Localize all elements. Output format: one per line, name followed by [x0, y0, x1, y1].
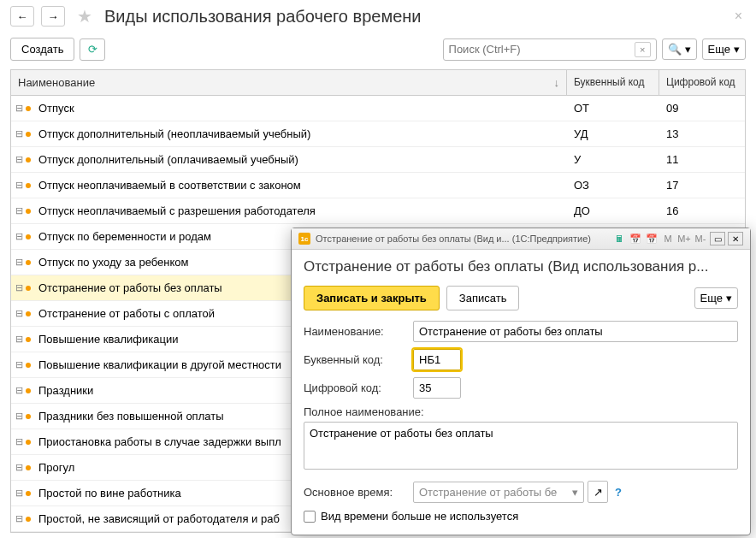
app-logo-icon: 1c: [298, 233, 310, 245]
help-icon[interactable]: ?: [611, 486, 625, 499]
cell-name: Отпуск дополнительный (оплачиваемый учеб…: [35, 148, 567, 171]
star-icon[interactable]: ★: [77, 6, 92, 27]
row-icon: ⊟: [11, 411, 35, 422]
row-icon: ⊟: [11, 385, 35, 396]
nav-forward-button[interactable]: →: [41, 6, 65, 27]
cell-name: Отпуск: [35, 97, 567, 120]
more-button[interactable]: Еще ▾: [702, 38, 746, 60]
row-icon: ⊟: [11, 231, 35, 242]
cell-name: Отпуск неоплачиваемый с разрешения работ…: [35, 199, 567, 222]
open-ref-button[interactable]: ↗: [588, 481, 608, 503]
calc-icon[interactable]: 🖩: [612, 232, 626, 245]
m-button[interactable]: M: [661, 232, 675, 245]
row-icon: ⊟: [11, 308, 35, 319]
save-close-button[interactable]: Записать и закрыть: [304, 286, 440, 310]
row-icon: ⊟: [11, 488, 35, 499]
search-clear-icon[interactable]: ×: [635, 42, 650, 57]
cell-letter: У: [567, 148, 659, 171]
nav-back-button[interactable]: ←: [10, 6, 34, 27]
cell-digit: 16: [659, 199, 745, 222]
column-header-letter[interactable]: Буквенный код: [567, 70, 659, 95]
modal-more-button[interactable]: Еще ▾: [694, 287, 738, 309]
close-icon[interactable]: ×: [731, 5, 746, 27]
cell-digit: 17: [659, 174, 745, 197]
select-base-time[interactable]: Отстранение от работы бе▾: [413, 482, 584, 503]
search-mode-button[interactable]: 🔍 ▾: [662, 38, 697, 60]
m-plus-button[interactable]: M+: [677, 232, 691, 245]
row-icon: ⊟: [11, 436, 35, 447]
row-icon: ⊟: [11, 205, 35, 216]
table-row[interactable]: ⊟Отпуск дополнительный (неоплачиваемый у…: [11, 121, 745, 147]
label-name: Наименование:: [304, 325, 406, 338]
input-name[interactable]: [413, 321, 738, 342]
row-icon: ⊟: [11, 257, 35, 268]
table-row[interactable]: ⊟Отпуск дополнительный (оплачиваемый уче…: [11, 147, 745, 173]
create-button[interactable]: Создать: [10, 38, 74, 61]
label-fullname: Полное наименование:: [304, 405, 424, 418]
calendar-icon[interactable]: 📅: [629, 232, 642, 245]
input-fullname[interactable]: [304, 422, 738, 470]
label-digit: Цифровой код:: [304, 381, 406, 394]
table-row[interactable]: ⊟Отпуск неоплачиваемый в соответствии с …: [11, 173, 745, 198]
cell-letter: ОТ: [567, 97, 659, 120]
row-icon: ⊟: [11, 180, 35, 191]
search-field[interactable]: ×: [443, 38, 657, 61]
row-icon: ⊟: [11, 513, 35, 524]
row-icon: ⊟: [11, 462, 35, 473]
close-button[interactable]: ✕: [728, 232, 743, 245]
row-icon: ⊟: [11, 334, 35, 345]
m-minus-button[interactable]: M-: [694, 232, 707, 245]
cell-digit: 09: [659, 97, 745, 120]
search-input[interactable]: [449, 43, 632, 56]
cell-name: Отпуск неоплачиваемый в соответствии с з…: [35, 174, 567, 197]
sort-icon: ↓: [554, 76, 560, 89]
chevron-down-icon: ▾: [572, 486, 578, 499]
input-letter-code[interactable]: [413, 349, 461, 370]
page-title: Виды использования рабочего времени: [104, 7, 422, 27]
refresh-button[interactable]: ⟳: [80, 38, 105, 61]
column-header-digit[interactable]: Цифровой код: [659, 70, 745, 95]
input-digit-code[interactable]: [413, 377, 461, 399]
row-icon: ⊟: [11, 282, 35, 293]
modal-heading: Отстранение от работы без оплаты (Вид ис…: [304, 258, 738, 275]
save-button[interactable]: Записать: [446, 286, 520, 310]
row-icon: ⊟: [11, 359, 35, 370]
column-header-name[interactable]: Наименование ↓: [11, 70, 567, 95]
checkbox-label: Вид времени больше не используется: [321, 510, 518, 523]
row-icon: ⊟: [11, 103, 35, 114]
cell-digit: 11: [659, 148, 745, 171]
modal-titlebar-text: Отстранение от работы без оплаты (Вид и.…: [316, 234, 607, 244]
edit-modal: 1c Отстранение от работы без оплаты (Вид…: [291, 228, 751, 535]
label-letter: Буквенный код:: [304, 353, 406, 366]
checkbox-not-used[interactable]: [304, 511, 316, 523]
table-row[interactable]: ⊟ОтпускОТ09: [11, 96, 745, 121]
minimize-button[interactable]: ▭: [710, 232, 725, 245]
cell-letter: ДО: [567, 199, 659, 222]
row-icon: ⊟: [11, 128, 35, 139]
table-row[interactable]: ⊟Отпуск неоплачиваемый с разрешения рабо…: [11, 198, 745, 224]
calendar2-icon[interactable]: 📅: [645, 232, 659, 245]
cell-name: Отпуск дополнительный (неоплачиваемый уч…: [35, 122, 567, 145]
cell-letter: УД: [567, 122, 659, 145]
cell-letter: ОЗ: [567, 174, 659, 197]
row-icon: ⊟: [11, 154, 35, 165]
label-base-time: Основное время:: [304, 486, 406, 499]
cell-digit: 13: [659, 122, 745, 145]
